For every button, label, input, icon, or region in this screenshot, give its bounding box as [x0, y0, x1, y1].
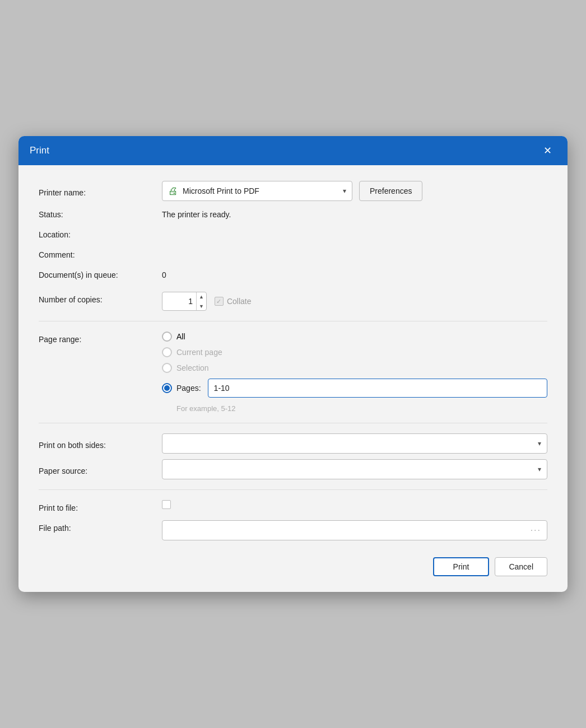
dialog-body: Printer name: 🖨 Microsoft Print to PDF ▾…: [18, 165, 568, 592]
radio-pages-label: Pages:: [176, 384, 201, 393]
print-dialog: Print ✕ Printer name: 🖨 Microsoft Print …: [18, 136, 568, 592]
location-row: Location:: [39, 227, 547, 239]
page-range-label: Page range:: [39, 332, 162, 344]
file-path-row: File path: ···: [39, 520, 547, 540]
status-row: Status: The printer is ready.: [39, 207, 547, 219]
printer-name-row: Printer name: 🖨 Microsoft Print to PDF ▾…: [39, 181, 547, 201]
paper-source-label: Paper source:: [39, 463, 162, 475]
printer-icon: 🖨: [168, 185, 178, 197]
comment-row: Comment:: [39, 247, 547, 259]
radio-all-label: All: [176, 332, 185, 341]
radio-pages[interactable]: [162, 383, 172, 393]
page-range-options: All Current page Selection Pages:: [162, 332, 547, 413]
printer-dropdown-arrow: ▾: [343, 187, 346, 195]
location-label: Location:: [39, 227, 162, 239]
queue-label: Document(s) in queue:: [39, 267, 162, 279]
paper-source-select[interactable]: ▾: [162, 459, 547, 479]
collate-wrap: ✓ Collate: [215, 297, 252, 306]
paper-source-row: Paper source: ▾: [39, 459, 547, 479]
cancel-button[interactable]: Cancel: [495, 557, 547, 576]
radio-pages-row: Pages:: [162, 379, 547, 398]
radio-current-label: Current page: [176, 348, 222, 357]
print-to-file-checkbox[interactable]: [162, 500, 171, 509]
preferences-button[interactable]: Preferences: [359, 181, 422, 201]
pages-hint: For example, 5-12: [176, 404, 547, 413]
copies-label: Number of copies:: [39, 292, 162, 304]
collate-checkbox[interactable]: ✓: [215, 297, 224, 306]
copies-controls: ▲ ▼ ✓ Collate: [162, 292, 252, 311]
radio-selection-label: Selection: [176, 363, 209, 372]
print-to-file-label: Print to file:: [39, 500, 162, 512]
file-path-input[interactable]: ···: [162, 520, 547, 540]
radio-current-row: Current page: [162, 347, 547, 357]
spin-up-button[interactable]: ▲: [197, 292, 206, 301]
page-range-row: Page range: All Current page Selection: [39, 332, 547, 413]
divider-3: [39, 489, 547, 490]
print-to-file-wrap: [162, 500, 171, 509]
dialog-footer: Print Cancel: [39, 557, 547, 578]
radio-all[interactable]: [162, 332, 172, 342]
collate-checkmark: ✓: [216, 298, 221, 305]
print-both-sides-select[interactable]: ▾: [162, 433, 547, 454]
queue-value: 0: [162, 267, 547, 279]
divider-1: [39, 321, 547, 321]
printer-name-label: Printer name:: [39, 185, 162, 197]
print-both-sides-label: Print on both sides:: [39, 437, 162, 450]
dialog-title: Print: [30, 145, 49, 156]
status-label: Status:: [39, 207, 162, 219]
printer-name-value: Microsoft Print to PDF: [183, 186, 338, 195]
comment-label: Comment:: [39, 247, 162, 259]
file-path-label: File path:: [39, 520, 162, 533]
copies-row: Number of copies: ▲ ▼ ✓ Collate: [39, 292, 547, 311]
radio-selection-row: Selection: [162, 363, 547, 373]
radio-current[interactable]: [162, 347, 172, 357]
copies-spinner[interactable]: ▲ ▼: [162, 292, 207, 311]
radio-selection[interactable]: [162, 363, 172, 373]
printer-select-dropdown[interactable]: 🖨 Microsoft Print to PDF ▾: [162, 181, 352, 201]
radio-all-row: All: [162, 332, 547, 342]
comment-value: [162, 247, 547, 250]
print-to-file-row: Print to file:: [39, 500, 547, 512]
location-value: [162, 227, 547, 230]
collate-label: Collate: [227, 297, 252, 306]
title-bar: Print ✕: [18, 136, 568, 165]
spin-down-button[interactable]: ▼: [197, 301, 206, 311]
paper-source-arrow: ▾: [538, 465, 541, 473]
print-both-sides-arrow: ▾: [538, 440, 541, 447]
file-path-dots: ···: [531, 525, 541, 535]
queue-row: Document(s) in queue: 0: [39, 267, 547, 279]
print-button[interactable]: Print: [433, 557, 490, 576]
spin-buttons: ▲ ▼: [196, 292, 206, 311]
status-value: The printer is ready.: [162, 207, 547, 219]
close-button[interactable]: ✕: [538, 142, 556, 160]
copies-input[interactable]: [162, 297, 196, 306]
pages-input[interactable]: [208, 379, 547, 398]
print-both-sides-row: Print on both sides: ▾: [39, 433, 547, 454]
divider-2: [39, 423, 547, 423]
